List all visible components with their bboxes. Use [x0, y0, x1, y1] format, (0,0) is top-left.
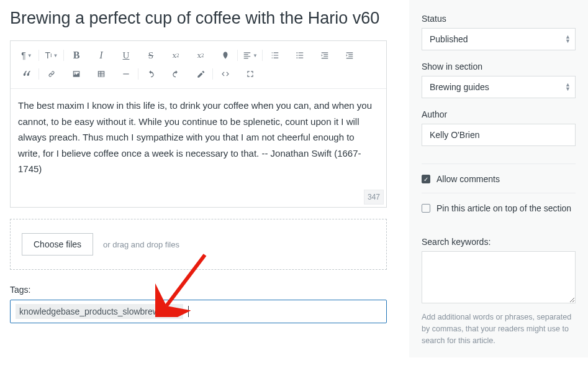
image-button[interactable]	[64, 65, 89, 83]
editor-toolbar: ¶▼ TI▼ B I U S x2 x2 ▼	[11, 41, 386, 89]
strikethrough-button[interactable]: S	[138, 46, 163, 65]
indent-button[interactable]	[337, 46, 362, 65]
editor-content[interactable]: The best maxim I know in this life is, t…	[11, 89, 386, 207]
pin-article-checkbox[interactable]: Pin this article on top of the section	[422, 203, 576, 213]
svg-point-0	[296, 52, 297, 53]
underline-button[interactable]: U	[114, 46, 138, 65]
checkbox-icon: ✓	[422, 175, 430, 183]
blockquote-button[interactable]	[14, 65, 39, 83]
superscript-button[interactable]: x2	[188, 46, 213, 65]
align-dropdown[interactable]: ▼	[238, 46, 263, 65]
allow-comments-checkbox[interactable]: ✓ Allow comments	[422, 174, 576, 184]
status-label: Status	[422, 14, 576, 24]
subscript-button[interactable]: x2	[163, 46, 188, 65]
sidebar: Status Published ▲▼ Show in section Brew…	[409, 0, 588, 357]
text-color-button[interactable]	[213, 46, 238, 65]
svg-point-2	[296, 57, 297, 58]
hr-button[interactable]	[114, 65, 138, 83]
dropzone-hint: or drag and drop files	[103, 240, 179, 249]
outdent-button[interactable]	[312, 46, 337, 65]
pin-article-label: Pin this article on top of the section	[436, 203, 571, 213]
file-dropzone[interactable]: Choose files or drag and drop files	[10, 219, 387, 270]
status-select[interactable]: Published	[422, 28, 576, 50]
word-count: 347	[364, 190, 384, 205]
author-field[interactable]	[422, 124, 576, 146]
undo-button[interactable]	[138, 65, 163, 83]
code-view-button[interactable]	[213, 65, 238, 83]
fullscreen-button[interactable]	[238, 65, 263, 83]
page-title: Brewing a perfect cup of coffee with the…	[10, 7, 387, 29]
svg-point-1	[296, 55, 297, 56]
editor-text: The best maxim I know in this life is, t…	[18, 100, 372, 174]
italic-button[interactable]: I	[89, 46, 114, 65]
remove-tag-button[interactable]: ×	[174, 307, 179, 316]
bold-button[interactable]: B	[64, 46, 89, 65]
section-label: Show in section	[422, 62, 576, 71]
tag-text: knowledgebase_products_slowbrewers	[19, 306, 171, 316]
divider	[422, 193, 576, 193]
table-button[interactable]	[89, 65, 114, 83]
choose-files-button[interactable]: Choose files	[22, 233, 93, 256]
keywords-label: Search keywords:	[422, 237, 576, 247]
divider	[422, 163, 576, 164]
paragraph-format-dropdown[interactable]: ¶▼	[14, 46, 39, 65]
editor: ¶▼ TI▼ B I U S x2 x2 ▼	[10, 40, 387, 208]
author-label: Author	[422, 109, 576, 119]
keywords-textarea[interactable]	[422, 251, 576, 303]
unordered-list-button[interactable]	[287, 46, 312, 65]
tags-label: Tags:	[10, 285, 387, 295]
section-select[interactable]: Brewing guides	[422, 76, 576, 98]
keywords-help: Add additional words or phrases, separat…	[422, 311, 576, 346]
checkbox-icon	[422, 204, 430, 213]
link-button[interactable]	[39, 65, 64, 83]
font-size-dropdown[interactable]: TI▼	[39, 46, 64, 65]
redo-button[interactable]	[163, 65, 188, 83]
allow-comments-label: Allow comments	[436, 174, 500, 184]
tag-chip: knowledgebase_products_slowbrewers ×	[16, 304, 183, 319]
tags-input[interactable]: knowledgebase_products_slowbrewers ×	[10, 300, 387, 323]
clear-format-button[interactable]	[188, 65, 213, 83]
text-cursor	[188, 306, 189, 317]
ordered-list-button[interactable]	[263, 46, 287, 65]
